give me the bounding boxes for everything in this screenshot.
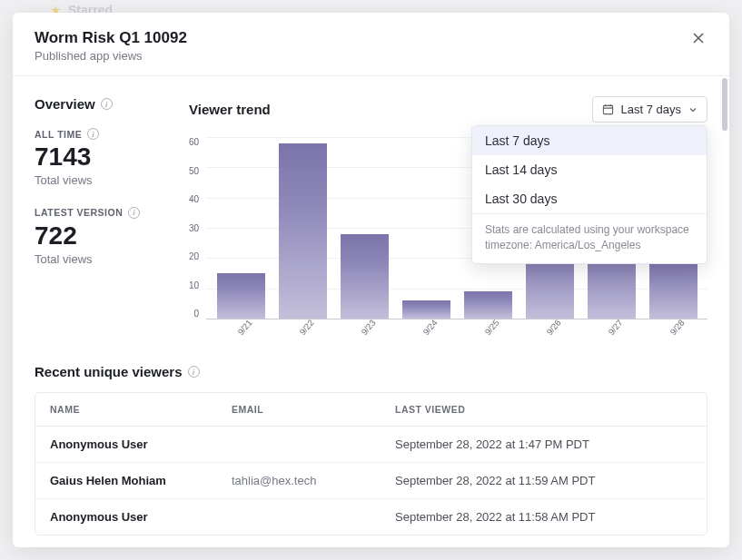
chart-bar[interactable] (341, 234, 389, 319)
recent-heading: Recent unique viewers (35, 364, 183, 379)
range-selector-wrap: Last 7 days Last 7 days Last 14 days Las… (592, 96, 708, 123)
viewer-email: tahlia@hex.tech (232, 474, 395, 487)
stat-all-time-value: 7143 (35, 143, 162, 172)
col-email: EMAIL (232, 404, 395, 415)
modal-subtitle: Published app views (35, 49, 187, 63)
chart-header: Viewer trend Last 7 days Las (189, 96, 707, 123)
stat-latest-value: 722 (35, 222, 162, 251)
info-icon[interactable]: i (128, 207, 140, 219)
range-dropdown-footer: Stats are calculated using your workspac… (472, 213, 707, 263)
stat-latest-caption: Total views (35, 252, 162, 266)
gridline (206, 319, 707, 319)
viewer-last-viewed: September 28, 2022 at 11:59 AM PDT (395, 474, 692, 487)
x-tick-label: 9/28 (668, 318, 686, 337)
chart-column: Viewer trend Last 7 days Las (189, 96, 707, 337)
chart-bar[interactable] (279, 143, 327, 319)
trend-heading: Viewer trend (189, 102, 271, 117)
chevron-down-icon (688, 105, 697, 114)
scrollbar-thumb[interactable] (722, 78, 727, 131)
chart-bar[interactable] (464, 291, 512, 319)
stat-all-time-label: ALL TIME (35, 129, 82, 140)
recent-viewers-section: Recent unique viewers i NAME EMAIL LAST … (35, 364, 707, 535)
recent-viewers-table: NAME EMAIL LAST VIEWED Anonymous UserSep… (35, 392, 707, 535)
table-row[interactable]: Gaius Helen Mohiamtahlia@hex.techSeptemb… (35, 463, 707, 499)
info-icon[interactable]: i (101, 98, 113, 110)
top-section: Overview i ALL TIME i 7143 Total views L… (35, 96, 707, 337)
y-tick-label: 30 (189, 223, 199, 233)
stat-all-time-caption: Total views (35, 173, 162, 187)
analytics-modal: Worm Risk Q1 10092 Published app views O… (13, 13, 729, 547)
svg-rect-2 (603, 105, 612, 113)
x-tick-label: 9/22 (297, 318, 315, 337)
x-tick-label: 9/26 (544, 318, 562, 337)
x-tick-label: 9/21 (235, 318, 253, 337)
overview-heading-text: Overview (35, 96, 95, 112)
table-row[interactable]: Anonymous UserSeptember 28, 2022 at 11:5… (35, 499, 707, 535)
bar-slot: 9/24 (395, 137, 457, 319)
chart-bar[interactable] (649, 258, 697, 319)
y-tick-label: 50 (189, 166, 199, 176)
stat-all-time-label-row: ALL TIME i (35, 128, 162, 140)
range-option-7[interactable]: Last 7 days (472, 126, 707, 155)
range-dropdown-menu: Last 7 days Last 14 days Last 30 days St… (471, 125, 707, 264)
x-tick-label: 9/25 (482, 318, 500, 337)
y-tick-label: 0 (194, 309, 200, 319)
chart-bar[interactable] (402, 300, 450, 319)
table-header: NAME EMAIL LAST VIEWED (35, 393, 707, 427)
overview-heading: Overview i (35, 96, 162, 112)
bar-slot: 9/21 (210, 137, 272, 319)
recent-heading-row: Recent unique viewers i (35, 364, 707, 379)
close-icon (691, 31, 706, 45)
x-tick-label: 9/23 (359, 318, 377, 337)
chart-bar[interactable] (217, 273, 265, 319)
x-tick-label: 9/24 (420, 318, 439, 337)
y-tick-label: 10 (189, 280, 199, 290)
overview-column: Overview i ALL TIME i 7143 Total views L… (35, 96, 162, 337)
table-row[interactable]: Anonymous UserSeptember 28, 2022 at 1:47… (35, 427, 707, 463)
info-icon[interactable]: i (188, 366, 200, 378)
viewer-name: Anonymous User (50, 510, 232, 524)
y-tick-label: 60 (189, 137, 199, 147)
range-selected-label: Last 7 days (621, 103, 682, 116)
viewer-name: Gaius Helen Mohiam (50, 474, 232, 487)
range-option-30[interactable]: Last 30 days (472, 184, 707, 213)
viewer-last-viewed: September 28, 2022 at 1:47 PM PDT (395, 437, 692, 451)
stat-latest-version: LATEST VERSION i 722 Total views (35, 207, 162, 266)
range-dropdown-button[interactable]: Last 7 days (592, 96, 708, 123)
stat-latest-label: LATEST VERSION (35, 207, 123, 218)
bar-slot: 9/22 (272, 137, 333, 319)
close-button[interactable] (689, 29, 707, 47)
col-last-viewed: LAST VIEWED (395, 404, 692, 415)
stat-latest-label-row: LATEST VERSION i (35, 207, 162, 219)
y-tick-label: 40 (189, 194, 199, 204)
bar-slot: 9/23 (333, 137, 395, 319)
viewer-name: Anonymous User (50, 437, 232, 451)
modal-title: Worm Risk Q1 10092 (35, 29, 187, 47)
range-option-14[interactable]: Last 14 days (472, 155, 707, 184)
calendar-icon (602, 103, 614, 115)
chart-y-axis: 6050403020100 (189, 137, 206, 319)
x-tick-label: 9/27 (606, 318, 624, 337)
stat-all-time: ALL TIME i 7143 Total views (35, 128, 162, 187)
col-name: NAME (50, 404, 232, 415)
y-tick-label: 20 (189, 251, 199, 261)
viewer-last-viewed: September 28, 2022 at 11:58 AM PDT (395, 510, 692, 524)
modal-header: Worm Risk Q1 10092 Published app views (13, 13, 729, 76)
info-icon[interactable]: i (87, 128, 99, 140)
modal-body: Overview i ALL TIME i 7143 Total views L… (13, 76, 729, 547)
